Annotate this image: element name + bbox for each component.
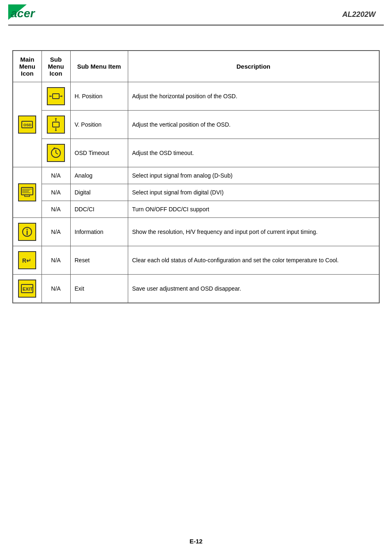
table-row: R↵ N/A Reset Clear each old status of Au… — [13, 246, 379, 275]
model-name: AL2202W — [342, 4, 384, 19]
menu-table: MainMenuIcon SubMenuIcon Sub Menu Item D… — [12, 50, 380, 303]
v-position-icon — [47, 116, 65, 134]
item-ddcci: DDC/CI — [70, 201, 128, 218]
table-row: OSD Timeout Adjust the OSD timeout. — [13, 139, 379, 167]
sub-icon-exit: N/A — [42, 275, 70, 303]
sub-icon-digital: N/A — [42, 184, 70, 201]
item-analog: Analog — [70, 167, 128, 184]
sub-icon-analog: N/A — [42, 167, 70, 184]
svg-text:acer: acer — [11, 7, 36, 20]
osd-icon: OSD — [18, 116, 36, 134]
sub-icon-osdtimeout — [42, 139, 70, 167]
main-icon-info — [13, 218, 42, 246]
col-sub-menu: SubMenuIcon — [42, 51, 70, 82]
table-row: EXIT N/A Exit Save user adjustment and O… — [13, 275, 379, 303]
table-row: N/A Analog Select input signal from anal… — [13, 167, 379, 184]
svg-text:R↵: R↵ — [22, 257, 31, 264]
sub-icon-info: N/A — [42, 218, 70, 246]
svg-rect-4 — [53, 94, 59, 99]
table-row: V. Position Adjust the vertical position… — [13, 111, 379, 139]
desc-analog: Select input signal from analog (D-Sub) — [128, 167, 379, 184]
svg-marker-8 — [62, 95, 62, 97]
input-icon — [18, 183, 36, 201]
table-row: OSD H. Position — [13, 82, 379, 111]
table-row: N/A DDC/CI Turn ON/OFF DDC/CI support — [13, 201, 379, 218]
svg-rect-23 — [25, 195, 30, 196]
sub-icon-ddcci: N/A — [42, 201, 70, 218]
desc-osdtimeout: Adjust the OSD timeout. — [128, 139, 379, 167]
main-icon-osd: OSD — [13, 82, 42, 167]
exit-icon: EXIT — [18, 280, 36, 298]
sub-icon-vposition — [42, 111, 70, 139]
svg-rect-9 — [53, 122, 59, 127]
page-number: E-12 — [189, 538, 203, 545]
item-exit: Exit — [70, 275, 128, 303]
desc-ddcci: Turn ON/OFF DDC/CI support — [128, 201, 379, 218]
item-digital: Digital — [70, 184, 128, 201]
page-content: MainMenuIcon SubMenuIcon Sub Menu Item D… — [0, 25, 392, 316]
svg-text:EXIT: EXIT — [23, 287, 33, 291]
item-info: Information — [70, 218, 128, 246]
sub-icon-reset: N/A — [42, 246, 70, 275]
desc-exit: Save user adjustment and OSD disappear. — [128, 275, 379, 303]
col-sub-menu-item: Sub Menu Item — [70, 51, 128, 82]
table-row: N/A Information Show the resolution, H/V… — [13, 218, 379, 246]
col-main-menu: MainMenuIcon — [13, 51, 42, 82]
desc-digital: Select input signal from digital (DVI) — [128, 184, 379, 201]
main-icon-exit: EXIT — [13, 275, 42, 303]
svg-rect-18 — [21, 187, 33, 195]
svg-point-25 — [27, 229, 28, 230]
svg-line-16 — [56, 153, 58, 154]
svg-text:OSD: OSD — [23, 123, 32, 127]
reset-icon: R↵ — [18, 251, 36, 269]
osd-timeout-icon — [47, 144, 65, 162]
svg-marker-6 — [49, 95, 50, 97]
desc-hposition: Adjust the horizontal position of the OS… — [128, 82, 379, 111]
desc-info: Show the resolution, H/V frequency and i… — [128, 218, 379, 246]
svg-marker-13 — [55, 130, 57, 131]
h-position-icon — [47, 87, 65, 105]
item-osdtimeout: OSD Timeout — [70, 139, 128, 167]
desc-vposition: Adjust the vertical position of the OSD. — [128, 111, 379, 139]
main-icon-reset: R↵ — [13, 246, 42, 275]
item-vposition: V. Position — [70, 111, 128, 139]
desc-reset: Clear each old status of Auto-configurat… — [128, 246, 379, 275]
header: acer AL2202W — [0, 0, 392, 25]
item-reset: Reset — [70, 246, 128, 275]
item-hposition: H. Position — [70, 82, 128, 111]
page-footer: E-12 — [0, 538, 392, 545]
col-description: Description — [128, 51, 379, 82]
main-icon-input — [13, 167, 42, 218]
table-row: N/A Digital Select input signal from dig… — [13, 184, 379, 201]
sub-icon-hposition — [42, 82, 70, 111]
info-icon — [18, 223, 36, 241]
acer-logo: acer — [8, 4, 45, 25]
svg-marker-11 — [55, 118, 57, 119]
